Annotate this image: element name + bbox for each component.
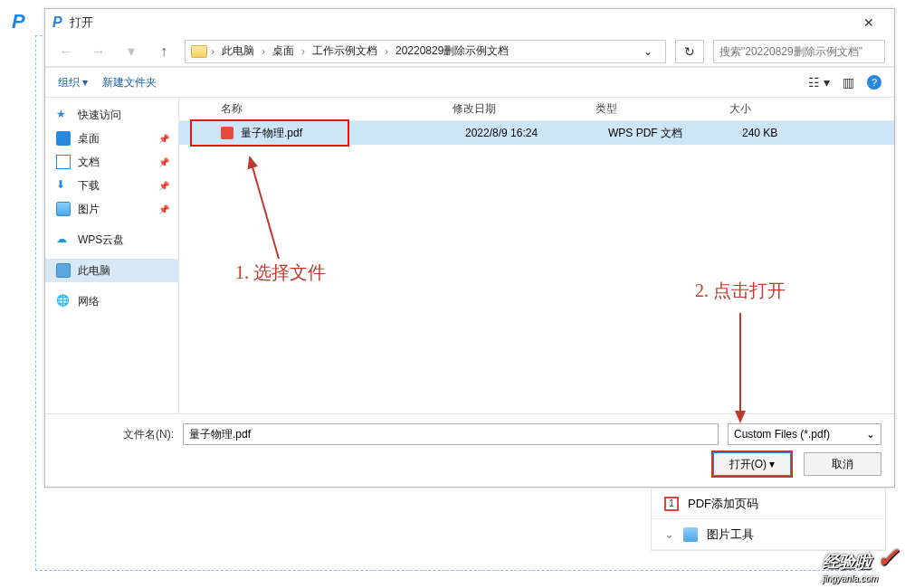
file-type: WPS PDF 文档 [608,126,742,141]
crumb-pc[interactable]: 此电脑 [218,43,258,59]
sidebar-downloads[interactable]: ⬇下载📌 [45,174,178,197]
app-logo-icon: P [12,10,25,33]
col-modified[interactable]: 修改日期 [452,101,595,117]
open-file-dialog: P 打开 ✕ ← → ▾ ↑ › 此电脑› 桌面› 工作示例文档› 202208… [44,8,895,488]
sidebar-documents[interactable]: 文档📌 [45,150,178,174]
help-button[interactable]: ? [867,75,881,90]
site-watermark: 经验啦 ✓ jingyanla.com [823,542,899,583]
image-icon [683,527,698,542]
view-options-button[interactable]: ☷ ▾ [808,75,830,90]
page-number-icon: 1 [664,497,679,511]
crumb-folder2[interactable]: 20220829删除示例文档 [392,43,512,59]
sidebar-network[interactable]: 🌐网络 [45,289,178,313]
annotation-arrow-1 [215,150,324,268]
sidebar-wps-cloud[interactable]: ☁WPS云盘 [45,228,178,251]
nav-up-button[interactable]: ↑ [152,40,176,63]
file-type-filter[interactable]: Custom Files (*.pdf)⌄ [728,423,881,445]
preview-pane-button[interactable]: ▥ [843,75,854,90]
annotation-step2: 2. 点击打开 [695,279,786,303]
dialog-title: 打开 [70,14,851,31]
annotation-step1: 1. 选择文件 [235,261,326,285]
crumbs-dropdown-icon[interactable]: ⌄ [640,45,656,58]
svg-line-0 [250,157,279,259]
filename-input[interactable] [183,423,719,445]
organize-menu[interactable]: 组织 ▾ [58,75,88,90]
chevron-down-icon: ⌄ [664,527,674,541]
tool-pdf-pagenum[interactable]: 1 PDF添加页码 [652,488,885,519]
column-headers[interactable]: 名称 修改日期 类型 大小 [179,98,894,121]
open-button[interactable]: 打开(O) ▾ [713,452,791,476]
col-name[interactable]: 名称 [221,101,452,117]
annotation-highlight-file [190,119,349,147]
nav-forward-button[interactable]: → [87,40,110,63]
crumb-desktop[interactable]: 桌面 [269,43,298,59]
col-type[interactable]: 类型 [595,101,729,117]
pin-icon: 📌 [158,157,169,167]
folder-icon [191,45,207,58]
close-button[interactable]: ✕ [851,15,887,30]
navigation-sidebar: ★快速访问 桌面📌 文档📌 ⬇下载📌 图片📌 ☁WPS云盘 此电脑 🌐网络 [45,98,179,413]
sidebar-pictures[interactable]: 图片📌 [45,197,178,221]
cancel-button[interactable]: 取消 [804,452,881,476]
breadcrumb-bar[interactable]: › 此电脑› 桌面› 工作示例文档› 20220829删除示例文档 ⌄ [185,40,666,63]
pin-icon: 📌 [158,134,169,144]
sidebar-quick-access[interactable]: ★快速访问 [45,103,178,127]
sidebar-this-pc[interactable]: 此电脑 [45,259,178,282]
refresh-button[interactable]: ↻ [675,40,704,63]
pin-icon: 📌 [158,204,169,214]
crumb-folder1[interactable]: 工作示例文档 [309,43,381,59]
file-modified: 2022/8/9 16:24 [465,127,608,139]
sidebar-desktop[interactable]: 桌面📌 [45,127,178,150]
file-size: 240 KB [742,127,833,139]
new-folder-button[interactable]: 新建文件夹 [102,75,157,90]
dialog-app-icon: P [52,14,62,31]
search-input[interactable] [713,40,885,63]
col-size[interactable]: 大小 [729,101,820,117]
pin-icon: 📌 [158,181,169,191]
nav-back-button[interactable]: ← [54,40,78,63]
chevron-down-icon: ⌄ [866,428,875,441]
filename-label: 文件名(N): [58,427,174,442]
nav-recent-dropdown[interactable]: ▾ [119,40,143,63]
